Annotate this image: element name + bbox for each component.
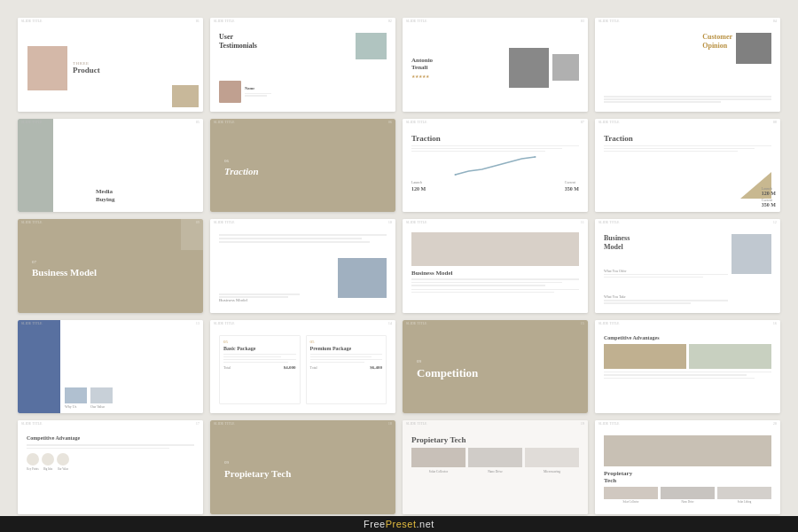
item-image-2	[90, 387, 113, 403]
biz-what-offer: What You Offer	[604, 269, 728, 278]
pkg-number: 05	[223, 340, 296, 344]
slide-business-model-photo: SLIDE TITLE 10 Business Model	[210, 219, 395, 313]
slide-traction-chart: SLIDE TITLE 07 Traction Launch	[403, 119, 588, 213]
pkg-total: Total $6,400	[310, 365, 383, 370]
slide-num: 02	[388, 20, 392, 23]
slide-num: 04	[773, 20, 777, 23]
slides-grid: SLIDE TITLE 01 Three Product SLIDE TITLE…	[18, 18, 780, 514]
traction-text-lines	[411, 145, 579, 153]
watermark-free: Free	[364, 519, 386, 529]
total-label: Total	[223, 365, 231, 370]
total-value: $4,000	[284, 365, 296, 370]
tech-bottom-3: Solar Lifting	[717, 487, 771, 504]
customer-photo	[736, 33, 771, 64]
slide-competitive-advantages-icons: SLIDE TITLE 17 Competitive Advantage Key…	[18, 420, 203, 514]
bottom-image-2	[661, 487, 715, 499]
competitive-icon-2: Big Idea	[42, 453, 54, 471]
slide-num: 20	[773, 422, 777, 426]
icon-label-2: Big Idea	[43, 467, 52, 471]
tech-title: Propietary Tech	[411, 435, 579, 444]
icon-shape-2	[42, 453, 54, 466]
slide-traction-triangle: SLIDE TITLE 08 Traction Launch 120 M Cur…	[595, 119, 780, 213]
slide-topbar: SLIDE TITLE 15	[403, 320, 588, 327]
testimonials-title: UserTestimonials	[219, 33, 257, 50]
traction-title: Traction	[411, 134, 579, 143]
testimonials-header: UserTestimonials	[219, 33, 387, 59]
slide-num: 15	[581, 322, 584, 325]
competitive-icon-3: Our Value	[57, 453, 69, 471]
basic-package: 05 Basic Package Total $4,000	[219, 335, 301, 405]
slide-num: 19	[581, 422, 584, 426]
pricing-packages: 05 Basic Package Total $4,000	[219, 335, 387, 405]
slide-label: SLIDE TITLE	[21, 121, 43, 124]
tech-label-3: Microwaving	[525, 470, 579, 473]
stat-current: Current 350 M	[565, 180, 579, 192]
product-image	[27, 46, 67, 90]
photo-2	[689, 344, 771, 369]
slide-business-model-lamp: SLIDE TITLE 12 BusinessModel What You Of…	[595, 219, 780, 313]
sofa-image	[18, 320, 60, 414]
item-image-1	[65, 387, 87, 403]
pkg-lines	[310, 354, 383, 364]
slide-topbar: SLIDE TITLE 16	[595, 320, 780, 327]
slide-topbar: SLIDE TITLE 09	[18, 219, 203, 226]
slide-proprietary-tech-white: SLIDE TITLE 19 Propietary Tech Solar Col…	[403, 420, 588, 514]
slide-topbar: SLIDE TITLE 13	[18, 320, 203, 327]
competition-title: Competition	[417, 366, 574, 380]
tech-bottom-2: Nano Drive	[661, 487, 715, 504]
photo-1	[604, 344, 686, 369]
traction-text-lines	[604, 145, 771, 153]
slide-label: SLIDE TITLE	[406, 121, 427, 124]
biz-what-take: What You Take	[604, 294, 728, 304]
slide-label: SLIDE TITLE	[406, 422, 427, 426]
slide-label: SLIDE TITLE	[598, 121, 620, 124]
slide-traction-tan: SLIDE TITLE 06 06 Traction	[210, 119, 395, 213]
biz-title: BusinessModel	[604, 234, 728, 251]
biz-title: Business Model	[32, 267, 189, 278]
slide-topbar: SLIDE TITLE 03	[403, 18, 588, 25]
traction-chart-svg	[411, 155, 579, 177]
biz-title: Business Model	[411, 270, 579, 277]
biz-label: Business Model	[219, 298, 387, 302]
slide-label: SLIDE TITLE	[598, 322, 620, 325]
slide-label: SLIDE TITLE	[214, 422, 235, 426]
slide-competitive-advantages-photos: SLIDE TITLE 16 Competitive Advantages	[595, 320, 780, 414]
bottom-image-3	[717, 487, 771, 499]
slide-num: 17	[196, 422, 200, 426]
icon-shape-1	[27, 453, 39, 466]
pkg-total: Total $4,000	[223, 365, 296, 370]
slide-three-product: SLIDE TITLE 01 Three Product	[18, 18, 203, 112]
pkg-title: Basic Package	[223, 346, 296, 351]
bottom-label-3: Solar Lifting	[717, 500, 771, 504]
slide-user-testimonials: SLIDE TITLE 02 UserTestimonials Name	[210, 18, 395, 112]
slide-label: SLIDE TITLE	[21, 322, 43, 325]
bottom-image-1	[604, 487, 658, 499]
biz-corner-img	[181, 219, 203, 250]
tech-bottom-1: Solar Collector	[604, 487, 658, 504]
lamp-image	[732, 234, 771, 274]
slide-num: 01	[196, 20, 200, 23]
product-title: Product	[73, 66, 100, 75]
slide-topbar: SLIDE TITLE 17	[18, 420, 203, 427]
premium-package: 05 Premium Package Total $6,400	[306, 335, 387, 405]
slide-topbar: SLIDE TITLE 02	[210, 18, 395, 25]
slide-proprietary-tech-tan: SLIDE TITLE 18 09 Propietary Tech	[210, 420, 395, 514]
stat-launch: Launch 120 M	[411, 180, 426, 192]
stat-value: 350 M	[762, 202, 776, 207]
svg-point-1	[535, 156, 536, 158]
stat-value: 120 M	[762, 191, 776, 196]
competitive-text-lines	[604, 372, 771, 379]
icon-shape-3	[57, 453, 69, 466]
biz-text-lines	[219, 234, 387, 243]
tech-label-2: Nano Drive	[468, 470, 522, 473]
tech-title: Propietary Tech	[224, 467, 381, 480]
bottom-label-1: Solar Collector	[604, 500, 658, 504]
slide-num: 18	[388, 422, 392, 426]
bottom-label-2: Nano Drive	[661, 500, 715, 504]
slide-label: SLIDE TITLE	[214, 322, 235, 325]
slide-label: SLIDE TITLE	[406, 322, 427, 325]
slide-num: 10	[388, 221, 392, 224]
slide-topbar: SLIDE TITLE 12	[595, 219, 780, 226]
slide-business-model-kitchen: SLIDE TITLE 11 Business Model	[403, 219, 588, 313]
icon-label-3: Our Value	[58, 467, 68, 471]
